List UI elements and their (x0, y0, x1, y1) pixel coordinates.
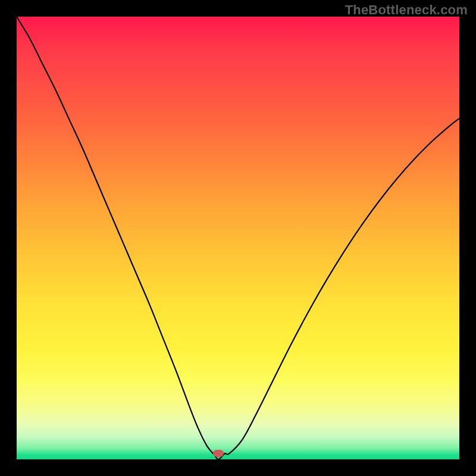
watermark-text: TheBottleneck.com (345, 2, 468, 18)
chart-frame: TheBottleneck.com (0, 0, 476, 476)
optimum-marker (213, 450, 224, 457)
plot-area (17, 17, 459, 459)
